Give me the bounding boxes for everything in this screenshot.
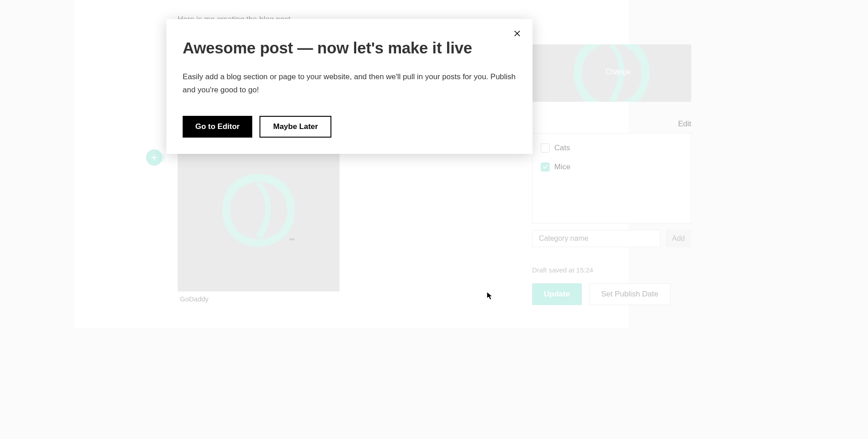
modal-body: Easily add a blog section or page to you… (183, 71, 516, 97)
modal-actions: Go to Editor Maybe Later (183, 116, 516, 138)
maybe-later-button[interactable]: Maybe Later (259, 116, 331, 138)
modal-title: Awesome post — now let's make it live (183, 39, 516, 57)
go-to-editor-button[interactable]: Go to Editor (183, 116, 252, 138)
publish-modal: Awesome post — now let's make it live Ea… (166, 19, 533, 154)
close-modal-button[interactable] (512, 28, 523, 39)
close-icon (513, 29, 521, 38)
